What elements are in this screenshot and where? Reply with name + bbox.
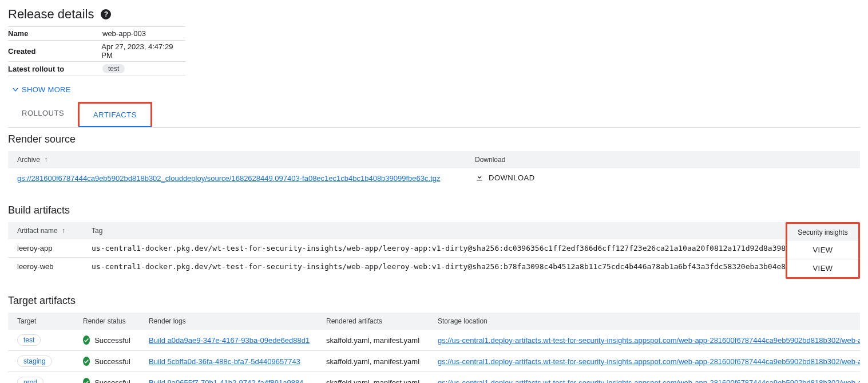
table-row: leeroy-webus-central1-docker.pkg.dev/wt-…: [8, 258, 786, 276]
target-chip-prod[interactable]: prod: [17, 377, 43, 383]
rendered-artifacts: skaffold.yaml, manifest.yaml: [317, 351, 429, 372]
artifact-tag: us-central1-docker.pkg.dev/wt-test-for-s…: [82, 258, 786, 276]
view-security-button[interactable]: VIEW: [787, 259, 858, 278]
table-row: prodSuccessfulBuild 9a0655f7-70b1-41b2-9…: [8, 372, 860, 384]
rollout-chip: test: [102, 64, 125, 73]
render-logs-link[interactable]: Build 5cbffa0d-36fa-488c-bfa7-5d44096577…: [149, 357, 300, 366]
table-row: stagingSuccessfulBuild 5cbffa0d-36fa-488…: [8, 351, 860, 372]
archive-link[interactable]: gs://281600f6787444ca9eb5902bd818b302_cl…: [17, 174, 440, 183]
col-archive[interactable]: Archive ↑: [8, 151, 466, 168]
release-details-table: Nameweb-app-003CreatedApr 27, 2023, 4:47…: [8, 26, 185, 76]
target-chip-test[interactable]: test: [17, 334, 41, 346]
render-source-table: Archive ↑ Download gs://281600f6787444ca…: [8, 151, 860, 188]
rendered-artifacts: skaffold.yaml, manifest.yaml: [317, 330, 429, 351]
render-logs-link[interactable]: Build 9a0655f7-70b1-41b2-9742-fa4f891a98…: [149, 378, 303, 384]
detail-row: CreatedApr 27, 2023, 4:47:29 PM: [8, 41, 185, 62]
table-row: testSuccessfulBuild a0da9ae9-347e-4167-9…: [8, 330, 860, 351]
build-artifacts-table: Artifact name ↑ Tag leeroy-appus-central…: [8, 222, 786, 275]
artifact-tag: us-central1-docker.pkg.dev/wt-test-for-s…: [82, 239, 786, 258]
artifact-name: leeroy-web: [8, 258, 82, 276]
rendered-artifacts: skaffold.yaml, manifest.yaml: [317, 372, 429, 384]
render-status: Successful: [83, 378, 130, 383]
col-render-status: Render status: [74, 313, 140, 330]
storage-location-link[interactable]: gs://us-central1.deploy-artifacts.wt-tes…: [438, 378, 860, 384]
page-title: Release details ?: [8, 7, 860, 22]
detail-row: Latest rollout totest: [8, 62, 185, 76]
target-chip-staging[interactable]: staging: [17, 356, 52, 367]
col-artifact-name[interactable]: Artifact name ↑: [8, 222, 82, 239]
help-icon[interactable]: ?: [101, 9, 111, 19]
tab-rollouts[interactable]: ROLLOUTS: [8, 102, 78, 127]
detail-key: Name: [8, 27, 102, 40]
page-title-text: Release details: [8, 7, 94, 22]
table-row: leeroy-appus-central1-docker.pkg.dev/wt-…: [8, 239, 786, 258]
col-render-logs: Render logs: [140, 313, 317, 330]
detail-value: web-app-003: [102, 27, 146, 40]
tabs: ROLLOUTSARTIFACTS: [8, 102, 860, 128]
show-more-button[interactable]: SHOW MORE: [8, 80, 74, 102]
col-rendered-artifacts: Rendered artifacts: [317, 313, 429, 330]
success-icon: [83, 335, 90, 345]
show-more-label: SHOW MORE: [22, 85, 71, 94]
status-label: Successful: [94, 336, 130, 345]
view-security-button[interactable]: VIEW: [787, 241, 858, 259]
render-source-heading: Render source: [8, 133, 860, 145]
render-status: Successful: [83, 357, 130, 366]
success-icon: [83, 357, 90, 366]
target-artifacts-table: Target Render status Render logs Rendere…: [8, 313, 860, 383]
download-button[interactable]: DOWNLOAD: [475, 173, 535, 182]
col-security-insights: Security insights: [787, 224, 858, 241]
build-artifacts-heading: Build artifacts: [8, 204, 860, 216]
render-source-row: gs://281600f6787444ca9eb5902bd818b302_cl…: [8, 168, 860, 188]
sort-arrow-up-icon: ↑: [44, 156, 47, 164]
render-logs-link[interactable]: Build a0da9ae9-347e-4167-93ba-09ede6ed88…: [149, 336, 310, 345]
detail-row: Nameweb-app-003: [8, 27, 185, 41]
detail-value: test: [102, 62, 125, 75]
chevron-down-icon: [13, 88, 18, 92]
artifact-name: leeroy-app: [8, 239, 82, 258]
col-target: Target: [8, 313, 74, 330]
render-status: Successful: [83, 335, 130, 345]
storage-location-link[interactable]: gs://us-central1.deploy-artifacts.wt-tes…: [438, 336, 860, 345]
col-download: Download: [466, 151, 860, 168]
detail-key: Latest rollout to: [8, 63, 102, 75]
download-icon: [475, 173, 484, 182]
col-tag: Tag: [82, 222, 786, 239]
status-label: Successful: [94, 378, 130, 384]
detail-value: Apr 27, 2023, 4:47:29 PM: [101, 41, 185, 61]
col-storage-location: Storage location: [429, 313, 860, 330]
tab-artifacts[interactable]: ARTIFACTS: [78, 102, 152, 127]
sort-arrow-up-icon: ↑: [62, 227, 65, 235]
storage-location-link[interactable]: gs://us-central1.deploy-artifacts.wt-tes…: [438, 357, 860, 366]
detail-key: Created: [8, 45, 101, 57]
success-icon: [83, 378, 90, 383]
status-label: Successful: [94, 357, 130, 366]
download-label: DOWNLOAD: [489, 173, 535, 182]
security-insights-column: Security insights VIEWVIEW: [786, 222, 860, 279]
target-artifacts-heading: Target artifacts: [8, 295, 860, 307]
